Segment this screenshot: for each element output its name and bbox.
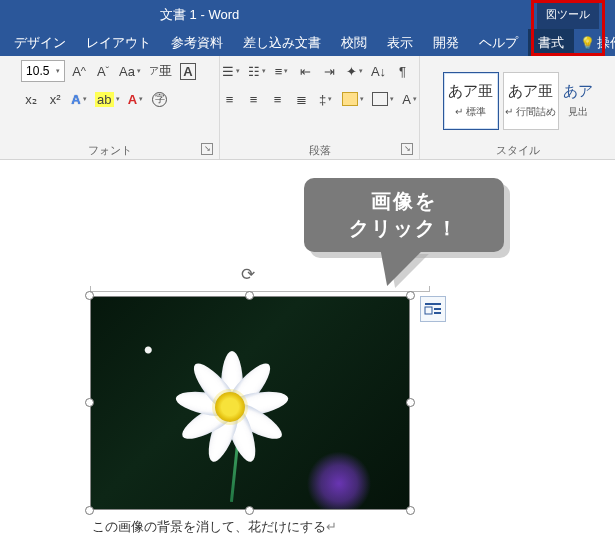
annotation-callout: 画像を クリック！ xyxy=(304,178,504,252)
ribbon-group-font: 10.5 ▾ A^ Aˇ Aa▾ ア亜 A x₂ x² A▾ ab▾ A▾ 字 … xyxy=(0,56,220,159)
tell-me-label[interactable]: 操作 xyxy=(595,29,615,56)
resize-handle[interactable] xyxy=(85,398,94,407)
tab-picture-format[interactable]: 書式 xyxy=(528,29,574,56)
align-center-button[interactable]: ≡ xyxy=(244,88,264,110)
show-marks-button[interactable]: ¶ xyxy=(393,60,413,82)
tab-developer[interactable]: 開発 xyxy=(423,29,469,56)
tab-design[interactable]: デザイン xyxy=(4,29,76,56)
grow-font-button[interactable]: A^ xyxy=(69,60,89,82)
dialog-launcher-icon[interactable]: ↘ xyxy=(201,143,213,155)
paragraph-text[interactable]: この画像の背景を消して、花だけにする↵ xyxy=(92,518,337,536)
text-effects-button[interactable]: A▾ xyxy=(69,88,89,110)
ribbon-group-paragraph: ☰▾ ☷▾ ≡▾ ⇤ ⇥ ✦▾ A↓ ¶ ≡ ≡ ≡ ≣ ‡▾ ▾ ▾ A▾ 段… xyxy=(220,56,420,159)
rotate-handle-icon[interactable]: ⟳ xyxy=(241,264,259,282)
tab-layout[interactable]: レイアウト xyxy=(76,29,161,56)
font-color-button[interactable]: A▾ xyxy=(126,88,146,110)
subscript-button[interactable]: x₂ xyxy=(21,88,41,110)
resize-handle[interactable] xyxy=(85,506,94,515)
tell-me-icon[interactable]: 💡 xyxy=(580,36,595,50)
asian-layout-button[interactable]: ✦▾ xyxy=(344,60,365,82)
font-size-input[interactable]: 10.5 ▾ xyxy=(21,60,65,82)
superscript-button[interactable]: x² xyxy=(45,88,65,110)
ribbon-tabs: デザイン レイアウト 参考資料 差し込み文書 校閲 表示 開発 ヘルプ 書式 💡… xyxy=(0,29,615,56)
tab-help[interactable]: ヘルプ xyxy=(469,29,528,56)
title-bar: 文書 1 - Word 図ツール xyxy=(0,0,615,29)
distribute-text-button[interactable]: A▾ xyxy=(400,88,420,110)
decrease-indent-button[interactable]: ⇤ xyxy=(296,60,316,82)
tab-review[interactable]: 校閲 xyxy=(331,29,377,56)
shrink-font-button[interactable]: Aˇ xyxy=(93,60,113,82)
phonetic-guide-button[interactable]: ア亜 xyxy=(147,60,174,82)
shading-button[interactable]: ▾ xyxy=(340,88,366,110)
change-case-button[interactable]: Aa▾ xyxy=(117,60,143,82)
multilevel-list-button[interactable]: ≡▾ xyxy=(272,60,292,82)
font-size-value: 10.5 xyxy=(26,64,49,78)
resize-handle[interactable] xyxy=(245,506,254,515)
align-left-button[interactable]: ≡ xyxy=(220,88,240,110)
resize-handle[interactable] xyxy=(245,291,254,300)
enclose-characters-button[interactable]: 字 xyxy=(150,88,170,110)
style-heading[interactable]: あア 見出 xyxy=(563,72,593,130)
tab-view[interactable]: 表示 xyxy=(377,29,423,56)
resize-handle[interactable] xyxy=(406,291,415,300)
numbering-button[interactable]: ☷▾ xyxy=(246,60,268,82)
ribbon: 10.5 ▾ A^ Aˇ Aa▾ ア亜 A x₂ x² A▾ ab▾ A▾ 字 … xyxy=(0,56,615,160)
resize-handle[interactable] xyxy=(85,291,94,300)
inserted-image[interactable] xyxy=(90,296,410,510)
document-area[interactable]: 画像を クリック！ ⟳ この画像の背景を消して、花だけにする↵ xyxy=(0,160,615,560)
highlight-button[interactable]: ab▾ xyxy=(93,88,121,110)
document-title: 文書 1 - Word xyxy=(0,0,615,29)
group-label-font: フォント ↘ xyxy=(6,141,213,159)
resize-handle[interactable] xyxy=(406,398,415,407)
group-label-styles: スタイル xyxy=(426,141,609,159)
character-border-button[interactable]: A xyxy=(178,60,198,82)
bullets-button[interactable]: ☰▾ xyxy=(220,60,242,82)
svg-rect-3 xyxy=(434,312,441,314)
group-label-paragraph: 段落 ↘ xyxy=(226,141,413,159)
paragraph-mark-icon: ↵ xyxy=(326,519,337,534)
justify-button[interactable]: ≣ xyxy=(292,88,312,110)
resize-handle[interactable] xyxy=(406,506,415,515)
line-spacing-button[interactable]: ‡▾ xyxy=(316,88,336,110)
dialog-launcher-icon[interactable]: ↘ xyxy=(401,143,413,155)
ribbon-group-styles: あア亜 ↵ 標準 あア亜 ↵ 行間詰め あア 見出 スタイル xyxy=(420,56,615,159)
contextual-tab-picture-tools[interactable]: 図ツール xyxy=(537,0,599,29)
layout-options-button[interactable] xyxy=(420,296,446,322)
tab-mailings[interactable]: 差し込み文書 xyxy=(233,29,331,56)
chevron-down-icon: ▾ xyxy=(56,67,60,75)
svg-rect-2 xyxy=(434,308,441,310)
align-right-button[interactable]: ≡ xyxy=(268,88,288,110)
layout-options-icon xyxy=(424,300,442,318)
selected-image-frame: ⟳ xyxy=(90,296,410,510)
increase-indent-button[interactable]: ⇥ xyxy=(320,60,340,82)
style-normal[interactable]: あア亜 ↵ 標準 xyxy=(443,72,499,130)
borders-button[interactable]: ▾ xyxy=(370,88,396,110)
style-no-spacing[interactable]: あア亜 ↵ 行間詰め xyxy=(503,72,559,130)
svg-rect-0 xyxy=(425,303,441,305)
tab-references[interactable]: 参考資料 xyxy=(161,29,233,56)
svg-rect-1 xyxy=(425,307,432,314)
sort-button[interactable]: A↓ xyxy=(369,60,389,82)
